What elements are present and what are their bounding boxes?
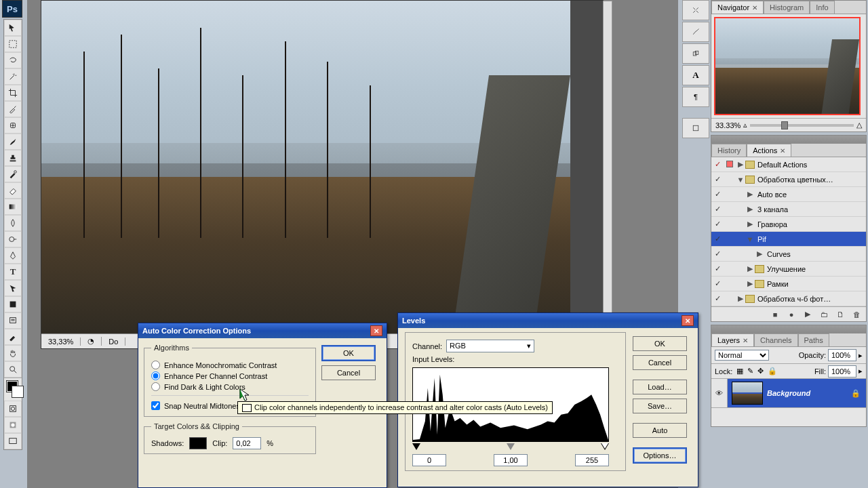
document-image[interactable]	[41, 1, 570, 340]
panelicon-layercomp[interactable]	[682, 118, 709, 138]
gradient-tool[interactable]	[4, 199, 22, 215]
opacity-input[interactable]	[828, 349, 856, 361]
tab-navigator[interactable]: Navigator✕	[711, 1, 764, 14]
autocolor-titlebar[interactable]: Auto Color Correction Options ✕	[138, 323, 387, 338]
eyedropper2-tool[interactable]	[4, 329, 22, 345]
quickmask-off[interactable]	[4, 401, 22, 417]
fill-input[interactable]	[828, 365, 856, 378]
action-row[interactable]: ✓▶Обработка ч-б фот…	[711, 291, 866, 306]
eyedropper-tool[interactable]	[4, 101, 22, 117]
levels-save-button[interactable]: Save…	[633, 399, 687, 413]
panelicon-paragraph[interactable]: ¶	[682, 87, 709, 107]
level-white-input[interactable]	[575, 454, 609, 466]
clip-input[interactable]	[233, 437, 261, 449]
levels-options-button[interactable]: Options…	[633, 447, 687, 464]
dropdown-arrow-icon[interactable]: ▸	[859, 351, 863, 360]
action-row[interactable]: ✓▶Рамки	[711, 277, 866, 291]
action-row[interactable]: ✓▼Обработка цветных…	[711, 172, 866, 187]
mid-point-slider[interactable]	[507, 443, 515, 450]
disclosure-icon[interactable]: ▶	[736, 294, 745, 303]
action-check-icon[interactable]: ✓	[711, 279, 724, 288]
white-point-slider[interactable]	[601, 443, 609, 450]
path-select-tool[interactable]	[4, 280, 22, 296]
eraser-tool[interactable]	[4, 182, 22, 199]
autocolor-close-button[interactable]: ✕	[370, 325, 382, 336]
trash-icon[interactable]: 🗑	[851, 310, 862, 319]
lock-paint-icon[interactable]: ✎	[747, 367, 753, 375]
tab-actions[interactable]: Actions✕	[747, 144, 791, 157]
navigator-zoom-slider[interactable]	[750, 124, 854, 127]
action-check-icon[interactable]: ✓	[711, 264, 724, 273]
disclosure-icon[interactable]: ▼	[745, 235, 755, 243]
pen-tool[interactable]	[4, 247, 22, 264]
action-check-icon[interactable]: ✓	[711, 235, 724, 243]
levels-cancel-button[interactable]: Cancel	[633, 355, 687, 370]
type-tool[interactable]: T	[4, 264, 22, 280]
disclosure-icon[interactable]: ▶	[745, 190, 755, 199]
quickmask-on[interactable]	[4, 417, 22, 433]
crop-tool[interactable]	[4, 85, 22, 101]
new-action-icon[interactable]: 🗋	[835, 310, 846, 319]
record-icon[interactable]: ●	[786, 310, 797, 319]
action-check-icon[interactable]: ✓	[711, 220, 724, 228]
play-icon[interactable]: ▶	[802, 310, 813, 319]
blend-mode-select[interactable]: Normal	[715, 350, 769, 361]
disclosure-icon[interactable]: ▶	[745, 220, 755, 228]
levels-auto-button[interactable]: Auto	[633, 423, 687, 438]
action-check-icon[interactable]: ✓	[711, 175, 724, 184]
zoom-tool[interactable]	[4, 361, 22, 378]
tab-paths[interactable]: Paths	[798, 333, 829, 346]
level-mid-input[interactable]	[494, 454, 528, 466]
action-check-icon[interactable]: ✓	[711, 160, 724, 169]
action-row[interactable]: ✓▶Гравюра	[711, 217, 866, 232]
disclosure-icon[interactable]: ▶	[745, 205, 755, 214]
radio-perchannel[interactable]: Enhance Per Channel Contrast	[151, 371, 309, 380]
shadows-swatch[interactable]	[189, 437, 207, 449]
notes-tool[interactable]	[4, 312, 22, 329]
autocolor-cancel-button[interactable]: Cancel	[321, 365, 376, 380]
action-row[interactable]: ✓▶Улучшение	[711, 262, 866, 277]
document-info-icon[interactable]: ◔	[81, 337, 102, 346]
action-check-icon[interactable]: ✓	[711, 190, 724, 199]
panelicon-character[interactable]: A	[682, 65, 709, 85]
lock-all-icon[interactable]: 🔒	[768, 367, 777, 375]
lock-trans-icon[interactable]: ▦	[736, 367, 743, 375]
action-row[interactable]: ✓▶Curves	[711, 247, 866, 262]
zoom-out-icon[interactable]: ▵	[743, 121, 747, 129]
dropdown-arrow-icon[interactable]: ▸	[859, 367, 863, 375]
autocolor-ok-button[interactable]: OK	[321, 345, 376, 361]
tab-info[interactable]: Info	[810, 1, 834, 14]
wand-tool[interactable]	[4, 68, 22, 85]
visibility-icon[interactable]: 👁	[711, 379, 728, 407]
action-check-icon[interactable]: ✓	[711, 205, 724, 214]
tab-layers[interactable]: Layers✕	[711, 333, 754, 346]
levels-titlebar[interactable]: Levels ✕	[398, 313, 698, 328]
action-row[interactable]: ✓▼Pif	[711, 232, 866, 247]
stop-icon[interactable]: ■	[770, 310, 781, 319]
action-dialog-toggle[interactable]	[724, 161, 736, 169]
action-check-icon[interactable]: ✓	[711, 249, 724, 258]
levels-ok-button[interactable]: OK	[633, 336, 687, 351]
shape-tool[interactable]	[4, 296, 22, 312]
histogram-handles[interactable]	[412, 443, 609, 451]
action-check-icon[interactable]: ✓	[711, 294, 724, 303]
tab-channels[interactable]: Channels	[754, 333, 797, 346]
background-swatch[interactable]	[12, 386, 23, 397]
levels-close-button[interactable]: ✕	[682, 315, 694, 326]
action-row[interactable]: ✓▶3 канала	[711, 202, 866, 217]
disclosure-icon[interactable]: ▶	[755, 249, 764, 258]
lock-move-icon[interactable]: ✥	[757, 367, 764, 375]
screenmode[interactable]	[4, 433, 22, 449]
brush-tool[interactable]	[4, 134, 22, 150]
stamp-tool[interactable]	[4, 150, 22, 166]
panel-collapse-icon[interactable]	[851, 136, 865, 143]
disclosure-icon[interactable]: ▶	[745, 264, 755, 273]
zoom-in-icon[interactable]: △	[856, 121, 862, 129]
tab-history[interactable]: History	[711, 144, 747, 157]
levels-load-button[interactable]: Load…	[633, 380, 687, 394]
action-row[interactable]: ✓▶Default Actions	[711, 157, 866, 172]
tab-histogram[interactable]: Histogram	[764, 1, 810, 14]
blur-tool[interactable]	[4, 215, 22, 231]
close-icon[interactable]: ✕	[743, 337, 748, 344]
hand-tool[interactable]	[4, 345, 22, 361]
